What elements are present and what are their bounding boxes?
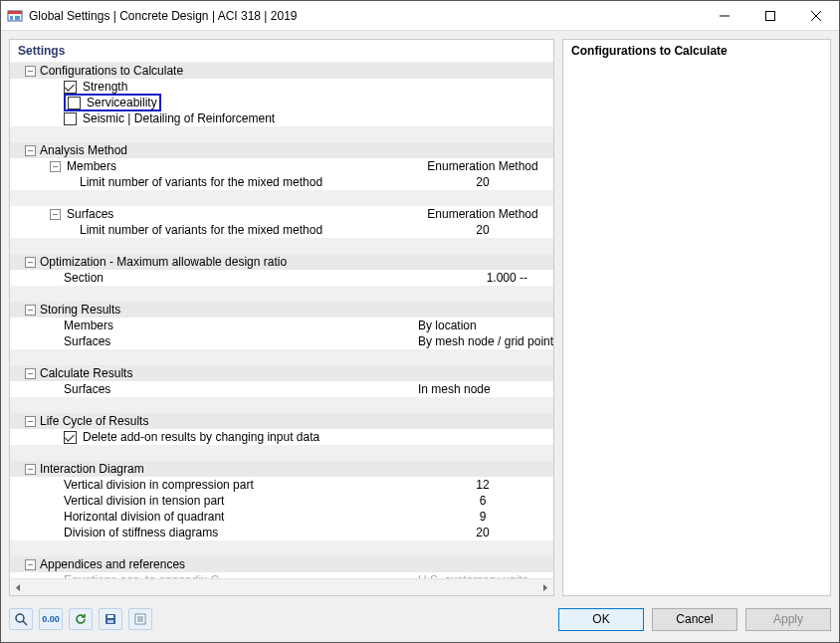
value[interactable]: 12	[418, 477, 547, 493]
scroll-left-icon[interactable]	[10, 579, 27, 595]
row-analysis-surfaces-limit[interactable]: Limit number of variants for the mixed m…	[10, 222, 553, 238]
collapse-icon[interactable]: –	[25, 464, 36, 475]
scroll-right-icon[interactable]	[536, 579, 553, 595]
label: Equations acc. to appendix C	[64, 572, 219, 578]
section-lifecycle[interactable]: – Life Cycle of Results	[10, 413, 553, 429]
value[interactable]: By location	[418, 318, 547, 333]
toolbar: 0.00	[9, 608, 152, 630]
value[interactable]: 9	[418, 509, 547, 525]
checkbox-strength[interactable]	[64, 81, 77, 94]
value[interactable]: In mesh node	[418, 381, 547, 397]
label-seismic: Seismic | Detailing of Reinforcement	[83, 110, 275, 126]
section-title: Analysis Method	[40, 142, 127, 158]
close-button[interactable]	[793, 1, 839, 30]
checkbox-serviceability[interactable]	[68, 97, 81, 109]
svg-rect-11	[107, 615, 113, 618]
section-calc[interactable]: – Calculate Results	[10, 365, 553, 381]
spacer	[10, 397, 553, 413]
value[interactable]: 20	[418, 174, 547, 190]
value[interactable]: By mesh node / grid point	[418, 333, 553, 349]
svg-rect-12	[107, 620, 113, 623]
row-analysis-members[interactable]: – Members Enumeration Method	[10, 158, 553, 174]
section-title: Calculate Results	[40, 365, 132, 381]
maximize-button[interactable]	[747, 1, 793, 30]
collapse-icon[interactable]: –	[25, 559, 36, 570]
value[interactable]: U.S. customary units	[418, 572, 547, 578]
section-title: Life Cycle of Results	[40, 413, 148, 429]
details-panel: Configurations to Calculate	[562, 39, 831, 596]
label: Horizontal division of quadrant	[64, 509, 224, 525]
collapse-icon[interactable]: –	[25, 416, 36, 427]
collapse-icon[interactable]: –	[50, 209, 61, 220]
row-int-stiff[interactable]: Division of stiffness diagrams 20	[10, 525, 553, 540]
label: Limit number of variants for the mixed m…	[80, 174, 322, 190]
units-button[interactable]: 0.00	[39, 608, 63, 630]
row-int-hquad[interactable]: Horizontal division of quadrant 9	[10, 509, 553, 525]
collapse-icon[interactable]: –	[25, 305, 36, 316]
checkbox-delete-addon[interactable]	[64, 431, 77, 444]
row-int-vten[interactable]: Vertical division in tension part 6	[10, 493, 553, 509]
row-strength[interactable]: Strength	[10, 79, 553, 95]
value[interactable]: Enumeration Method	[418, 206, 547, 222]
section-title: Configurations to Calculate	[40, 63, 183, 79]
label: Limit number of variants for the mixed m…	[80, 222, 322, 238]
svg-line-9	[23, 621, 27, 625]
label: Section	[64, 270, 104, 286]
horizontal-scrollbar[interactable]	[10, 578, 553, 595]
list-button[interactable]	[128, 608, 152, 630]
spacer	[10, 349, 553, 365]
collapse-icon[interactable]: –	[25, 368, 36, 379]
section-storing[interactable]: – Storing Results	[10, 302, 553, 318]
collapse-icon[interactable]: –	[25, 145, 36, 156]
row-opt-section[interactable]: Section 1.000 --	[10, 270, 553, 286]
row-lifecycle-delete[interactable]: Delete add-on results by changing input …	[10, 429, 553, 445]
section-interaction[interactable]: – Interaction Diagram	[10, 461, 553, 477]
scroll-track[interactable]	[27, 579, 536, 595]
collapse-icon[interactable]: –	[25, 66, 36, 77]
refresh-button[interactable]	[69, 608, 93, 630]
row-int-vcomp[interactable]: Vertical division in compression part 12	[10, 477, 553, 493]
value[interactable]: 6	[418, 493, 547, 509]
cancel-button[interactable]: Cancel	[652, 608, 737, 631]
svg-point-8	[16, 614, 24, 622]
settings-tree[interactable]: – Configurations to Calculate Strength	[10, 62, 553, 578]
row-analysis-surfaces[interactable]: – Surfaces Enumeration Method	[10, 206, 553, 222]
minimize-button[interactable]	[702, 1, 747, 30]
label: Delete add-on results by changing input …	[83, 429, 319, 445]
section-optimization[interactable]: – Optimization - Maximum allowable desig…	[10, 254, 553, 270]
label: Surfaces	[64, 333, 110, 349]
collapse-icon[interactable]: –	[50, 161, 61, 172]
client-area: Settings – Configurations to Calculate S…	[1, 31, 839, 642]
row-analysis-members-limit[interactable]: Limit number of variants for the mixed m…	[10, 174, 553, 190]
row-appendix-eq[interactable]: Equations acc. to appendix C U.S. custom…	[10, 572, 553, 578]
section-appendix[interactable]: – Appendices and references	[10, 556, 553, 572]
value[interactable]: 1.000 --	[418, 270, 547, 286]
row-calc-surfaces[interactable]: Surfaces In mesh node	[10, 381, 553, 397]
search-button[interactable]	[9, 608, 33, 630]
section-analysis[interactable]: – Analysis Method	[10, 142, 553, 158]
save-button[interactable]	[99, 608, 122, 630]
value[interactable]: 20	[418, 222, 547, 238]
row-seismic[interactable]: Seismic | Detailing of Reinforcement	[10, 110, 553, 126]
label: Members	[64, 318, 113, 333]
svg-rect-1	[8, 11, 22, 14]
highlight-serviceability: Serviceability	[64, 94, 161, 111]
apply-button[interactable]: Apply	[745, 608, 831, 631]
spacer	[10, 445, 553, 461]
value[interactable]: 20	[418, 525, 547, 540]
section-configs[interactable]: – Configurations to Calculate	[10, 63, 553, 79]
settings-panel: Settings – Configurations to Calculate S…	[9, 39, 554, 596]
row-serviceability[interactable]: Serviceability	[10, 95, 553, 110]
value[interactable]: Enumeration Method	[418, 158, 547, 174]
collapse-icon[interactable]: –	[25, 257, 36, 268]
ok-button[interactable]: OK	[558, 608, 644, 631]
section-title: Interaction Diagram	[40, 461, 144, 477]
footer: 0.00 OK Cancel Apply	[9, 604, 831, 634]
checkbox-seismic[interactable]	[64, 112, 77, 125]
row-storing-members[interactable]: Members By location	[10, 318, 553, 333]
units-label: 0.00	[42, 614, 60, 624]
label: Members	[67, 158, 116, 174]
label-strength: Strength	[83, 79, 127, 95]
row-storing-surfaces[interactable]: Surfaces By mesh node / grid point	[10, 333, 553, 349]
label: Surfaces	[67, 206, 113, 222]
